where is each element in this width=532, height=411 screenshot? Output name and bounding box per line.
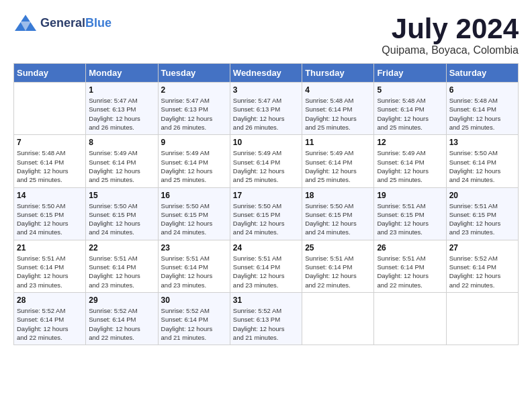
calendar-day-cell: 3Sunrise: 5:47 AM Sunset: 6:13 PM Daylig… <box>230 83 302 135</box>
calendar-day-cell: 7Sunrise: 5:48 AM Sunset: 6:14 PM Daylig… <box>14 135 86 187</box>
logo: GeneralBlue <box>13 13 112 32</box>
header-wednesday: Wednesday <box>230 64 302 83</box>
day-number: 24 <box>233 243 299 253</box>
calendar-day-cell: 4Sunrise: 5:48 AM Sunset: 6:14 PM Daylig… <box>302 83 374 135</box>
calendar-day-cell: 13Sunrise: 5:50 AM Sunset: 6:14 PM Dayli… <box>446 135 518 187</box>
day-info: Sunrise: 5:47 AM Sunset: 6:13 PM Dayligh… <box>89 96 154 132</box>
calendar-day-cell <box>446 292 518 345</box>
header-sunday: Sunday <box>14 64 86 83</box>
calendar-day-cell: 21Sunrise: 5:51 AM Sunset: 6:14 PM Dayli… <box>14 240 86 292</box>
day-info: Sunrise: 5:52 AM Sunset: 6:14 PM Dayligh… <box>161 306 227 342</box>
calendar-day-cell: 11Sunrise: 5:49 AM Sunset: 6:14 PM Dayli… <box>302 135 374 187</box>
calendar-day-cell: 5Sunrise: 5:48 AM Sunset: 6:14 PM Daylig… <box>374 83 446 135</box>
title-block: July 2024 Quipama, Boyaca, Colombia <box>382 13 519 56</box>
day-number: 22 <box>89 243 154 253</box>
day-info: Sunrise: 5:52 AM Sunset: 6:14 PM Dayligh… <box>89 306 154 342</box>
day-number: 20 <box>449 191 515 200</box>
day-info: Sunrise: 5:50 AM Sunset: 6:15 PM Dayligh… <box>161 201 227 237</box>
calendar-day-cell: 30Sunrise: 5:52 AM Sunset: 6:14 PM Dayli… <box>158 292 230 345</box>
day-info: Sunrise: 5:51 AM Sunset: 6:14 PM Dayligh… <box>17 254 83 289</box>
calendar-day-cell: 31Sunrise: 5:52 AM Sunset: 6:13 PM Dayli… <box>230 292 302 345</box>
day-number: 16 <box>161 191 227 200</box>
calendar-day-cell: 25Sunrise: 5:51 AM Sunset: 6:14 PM Dayli… <box>302 240 374 292</box>
day-info: Sunrise: 5:50 AM Sunset: 6:15 PM Dayligh… <box>89 201 154 237</box>
day-number: 1 <box>89 85 154 95</box>
day-info: Sunrise: 5:52 AM Sunset: 6:14 PM Dayligh… <box>17 306 83 342</box>
calendar-day-cell: 6Sunrise: 5:48 AM Sunset: 6:14 PM Daylig… <box>446 83 518 135</box>
calendar-day-cell: 26Sunrise: 5:51 AM Sunset: 6:14 PM Dayli… <box>374 240 446 292</box>
day-info: Sunrise: 5:48 AM Sunset: 6:14 PM Dayligh… <box>305 96 371 132</box>
page-header: GeneralBlue July 2024 Quipama, Boyaca, C… <box>13 13 519 56</box>
day-info: Sunrise: 5:50 AM Sunset: 6:14 PM Dayligh… <box>449 148 515 184</box>
day-info: Sunrise: 5:49 AM Sunset: 6:14 PM Dayligh… <box>233 148 299 184</box>
day-info: Sunrise: 5:51 AM Sunset: 6:14 PM Dayligh… <box>305 254 371 289</box>
calendar-table: Sunday Monday Tuesday Wednesday Thursday… <box>13 63 519 345</box>
calendar-week-row: 28Sunrise: 5:52 AM Sunset: 6:14 PM Dayli… <box>14 292 519 345</box>
calendar-day-cell: 23Sunrise: 5:51 AM Sunset: 6:14 PM Dayli… <box>158 240 230 292</box>
day-info: Sunrise: 5:51 AM Sunset: 6:14 PM Dayligh… <box>233 254 299 289</box>
day-info: Sunrise: 5:48 AM Sunset: 6:14 PM Dayligh… <box>377 96 443 132</box>
day-number: 30 <box>161 295 227 305</box>
calendar-day-cell: 1Sunrise: 5:47 AM Sunset: 6:13 PM Daylig… <box>86 83 158 135</box>
logo-blue: Blue <box>85 16 112 30</box>
day-number: 10 <box>233 138 299 147</box>
day-number: 5 <box>377 85 443 95</box>
day-number: 2 <box>161 85 227 95</box>
day-info: Sunrise: 5:47 AM Sunset: 6:13 PM Dayligh… <box>233 96 299 132</box>
header-monday: Monday <box>86 64 158 83</box>
day-info: Sunrise: 5:51 AM Sunset: 6:15 PM Dayligh… <box>449 201 515 237</box>
day-number: 28 <box>17 295 83 305</box>
header-tuesday: Tuesday <box>158 64 230 83</box>
day-number: 19 <box>377 191 443 200</box>
day-info: Sunrise: 5:51 AM Sunset: 6:14 PM Dayligh… <box>89 254 154 289</box>
calendar-day-cell: 27Sunrise: 5:52 AM Sunset: 6:14 PM Dayli… <box>446 240 518 292</box>
day-info: Sunrise: 5:51 AM Sunset: 6:14 PM Dayligh… <box>161 254 227 289</box>
day-number: 9 <box>161 138 227 147</box>
day-number: 31 <box>233 295 299 305</box>
calendar-day-cell: 29Sunrise: 5:52 AM Sunset: 6:14 PM Dayli… <box>86 292 158 345</box>
header-friday: Friday <box>374 64 446 83</box>
day-info: Sunrise: 5:49 AM Sunset: 6:14 PM Dayligh… <box>89 148 154 184</box>
day-number: 8 <box>89 138 154 147</box>
calendar-day-cell: 19Sunrise: 5:51 AM Sunset: 6:15 PM Dayli… <box>374 187 446 240</box>
day-number: 4 <box>305 85 371 95</box>
day-info: Sunrise: 5:52 AM Sunset: 6:14 PM Dayligh… <box>449 254 515 289</box>
day-info: Sunrise: 5:51 AM Sunset: 6:14 PM Dayligh… <box>377 254 443 289</box>
day-number: 29 <box>89 295 154 305</box>
day-info: Sunrise: 5:52 AM Sunset: 6:13 PM Dayligh… <box>233 306 299 342</box>
location: Quipama, Boyaca, Colombia <box>382 44 519 56</box>
day-info: Sunrise: 5:50 AM Sunset: 6:15 PM Dayligh… <box>17 201 83 237</box>
logo-general: General <box>40 16 85 30</box>
calendar-week-row: 7Sunrise: 5:48 AM Sunset: 6:14 PM Daylig… <box>14 135 519 187</box>
calendar-day-cell: 24Sunrise: 5:51 AM Sunset: 6:14 PM Dayli… <box>230 240 302 292</box>
calendar-day-cell: 8Sunrise: 5:49 AM Sunset: 6:14 PM Daylig… <box>86 135 158 187</box>
calendar-day-cell: 10Sunrise: 5:49 AM Sunset: 6:14 PM Dayli… <box>230 135 302 187</box>
day-number: 6 <box>449 85 515 95</box>
day-number: 3 <box>233 85 299 95</box>
calendar-day-cell: 15Sunrise: 5:50 AM Sunset: 6:15 PM Dayli… <box>86 187 158 240</box>
calendar-day-cell: 9Sunrise: 5:49 AM Sunset: 6:14 PM Daylig… <box>158 135 230 187</box>
day-number: 13 <box>449 138 515 147</box>
calendar-week-row: 14Sunrise: 5:50 AM Sunset: 6:15 PM Dayli… <box>14 187 519 240</box>
day-number: 11 <box>305 138 371 147</box>
calendar-day-cell: 12Sunrise: 5:49 AM Sunset: 6:14 PM Dayli… <box>374 135 446 187</box>
header-thursday: Thursday <box>302 64 374 83</box>
calendar-header-row: Sunday Monday Tuesday Wednesday Thursday… <box>14 64 519 83</box>
calendar-week-row: 1Sunrise: 5:47 AM Sunset: 6:13 PM Daylig… <box>14 83 519 135</box>
calendar-day-cell: 2Sunrise: 5:47 AM Sunset: 6:13 PM Daylig… <box>158 83 230 135</box>
day-number: 23 <box>161 243 227 253</box>
day-number: 27 <box>449 243 515 253</box>
calendar-day-cell: 17Sunrise: 5:50 AM Sunset: 6:15 PM Dayli… <box>230 187 302 240</box>
calendar-day-cell: 16Sunrise: 5:50 AM Sunset: 6:15 PM Dayli… <box>158 187 230 240</box>
calendar-week-row: 21Sunrise: 5:51 AM Sunset: 6:14 PM Dayli… <box>14 240 519 292</box>
day-number: 18 <box>305 191 371 200</box>
day-info: Sunrise: 5:51 AM Sunset: 6:15 PM Dayligh… <box>377 201 443 237</box>
calendar-day-cell: 20Sunrise: 5:51 AM Sunset: 6:15 PM Dayli… <box>446 187 518 240</box>
day-number: 21 <box>17 243 83 253</box>
day-number: 14 <box>17 191 83 200</box>
calendar-day-cell <box>14 83 86 135</box>
logo-icon <box>13 13 38 32</box>
day-info: Sunrise: 5:49 AM Sunset: 6:14 PM Dayligh… <box>305 148 371 184</box>
day-number: 15 <box>89 191 154 200</box>
calendar-day-cell: 22Sunrise: 5:51 AM Sunset: 6:14 PM Dayli… <box>86 240 158 292</box>
